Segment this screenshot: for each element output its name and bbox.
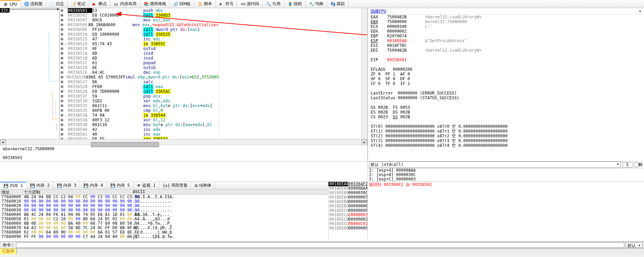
- threads-icon: 🧵: [288, 2, 292, 6]
- stack-panel[interactable]: 0018EEA8003364F20018EEAC000008AA0018EEB0…: [328, 182, 368, 241]
- stack-comment-panel: 返回到 003364F2 自 00336501: [368, 182, 644, 241]
- memtab-3[interactable]: 💾内存 3: [53, 182, 80, 189]
- disasm-row[interactable]: 0033651B6Dinsd: [60, 56, 219, 61]
- symbols-icon: ⊕: [219, 2, 224, 6]
- instruction-info: ebx=kernel32.75080000 00336501: [0, 145, 367, 161]
- status-paused: 已暂停: [0, 249, 17, 254]
- disasm-vscroll[interactable]: [361, 8, 367, 139]
- stack-row[interactable]: 0018EED000000000: [328, 226, 367, 230]
- disasm-row[interactable]: 0033651D6Eoutsb: [60, 65, 219, 70]
- tab-script[interactable]: 📜脚本: [194, 0, 216, 8]
- disasm-row[interactable]: 003365328A1C11mov bl,byte ptr ds:[ecx+ed…: [60, 103, 219, 108]
- disasm-row[interactable]: 0033651A6Dinsd: [60, 51, 219, 56]
- disasm-row[interactable]: 0033650EFF10call dword ptr ds:[eax]: [60, 27, 219, 32]
- register-ebp[interactable]: EBP02970074: [368, 34, 644, 38]
- tab-trace[interactable]: 👣跟踪: [327, 0, 349, 8]
- tab-seh[interactable]: 🔗SEH链: [170, 0, 195, 8]
- disasm-row[interactable]: 0033650153push ebx: [60, 8, 219, 13]
- mem-icon: 💾: [30, 183, 35, 188]
- seh-icon: 🔗: [173, 2, 178, 6]
- regs-menu-icon[interactable]: ▾: [639, 9, 641, 14]
- disasm-row[interactable]: 0033653A80F3 12xor bl,12: [60, 118, 219, 122]
- hide-fpu-link[interactable]: 隐藏FPU: [371, 9, 386, 14]
- scroll-left-icon[interactable]: ◀: [0, 139, 6, 145]
- dump-row[interactable]: 77660090FF FF 90 90 90 90 90 90 C7 44 24…: [0, 235, 328, 239]
- unlock-checkbox[interactable]: [634, 162, 639, 167]
- disasm-row[interactable]: 0033651C61popad: [60, 61, 219, 65]
- log-icon: 📄: [50, 2, 54, 6]
- memtab-2[interactable]: 💾内存 2: [27, 182, 53, 189]
- disasm-row[interactable]: 0033653580FB 00cmp bl,0: [60, 108, 219, 113]
- tab-breakpoints[interactable]: ●断点: [89, 0, 111, 8]
- notes-icon: 📝: [71, 2, 76, 6]
- command-input[interactable]: [16, 242, 624, 248]
- disasm-row[interactable]: ⌄0033653874 0Aje 336544: [60, 113, 219, 118]
- script-icon: 📜: [198, 2, 203, 6]
- scroll-right-icon[interactable]: ▶: [361, 139, 367, 145]
- register-esp[interactable]: ESP0018EEA8 &"GetProcAddress": [368, 38, 644, 43]
- tab-refs[interactable]: 🔍引用: [263, 0, 284, 8]
- arg-count-input[interactable]: 5: [622, 162, 632, 168]
- disasm-row[interactable]: 0033652AE8 7D000000call 3365AC: [60, 89, 219, 94]
- tab-handles[interactable]: 🔧句柄: [306, 0, 327, 8]
- tab-symbols[interactable]: ⊕符号: [216, 0, 237, 8]
- watch-icon: 👁: [137, 183, 141, 188]
- calling-convention-select[interactable]: 默认 (stdcall) ▾: [369, 161, 621, 168]
- memory-tabs: 💾内存 1 💾内存 2 💾内存 3 💾内存 4 💾内存 5 👁监视 1 {x}局…: [0, 182, 328, 189]
- tab-notes[interactable]: 📝笔记: [68, 0, 89, 8]
- struct-icon: ⧉: [195, 183, 198, 188]
- disasm-row[interactable]: 0033653D881C10mov byte ptr ds:[eax+edx],…: [60, 122, 219, 127]
- last-error: LastError 00000000 (ERROR_SUCCESS): [368, 91, 644, 96]
- disasm-row[interactable]: 00336509B8 286B4600mov eax,<eqnedt32.&Ol…: [60, 22, 219, 27]
- register-esi[interactable]: ESI0018F7DC: [368, 43, 644, 48]
- cpu-icon: 🖥: [3, 2, 8, 7]
- disasm-row[interactable]: 0033651E64:4Cdec esp: [60, 70, 219, 75]
- mem-icon: 💾: [83, 183, 88, 188]
- memtab-struct[interactable]: ⧉结构体: [191, 182, 215, 189]
- register-ebx[interactable]: EBX75080000 kernel32.75080000: [368, 19, 644, 24]
- comments-column: 6B:'k'4C:'L': [219, 8, 361, 139]
- info-line-1: ebx=kernel32.75080000: [3, 147, 365, 151]
- tab-threads[interactable]: 🧵线程: [284, 0, 306, 8]
- memtab-locals[interactable]: {x}局部变量: [159, 182, 192, 189]
- disasm-row[interactable]: 0033654140inc eax: [60, 132, 219, 137]
- register-edx[interactable]: EDX00000002: [368, 29, 644, 34]
- memtab-1[interactable]: 💾内存 1: [0, 182, 27, 189]
- disasm-row[interactable]: 0033654042inc edx: [60, 127, 219, 132]
- register-ecx[interactable]: ECX00000340 L'': [368, 24, 644, 29]
- tab-flowchart[interactable]: 🌀流程图: [21, 0, 46, 8]
- disassembly-listing[interactable]: 0033650153push ebx 00336502E8 CC010000ca…: [60, 8, 219, 139]
- disasm-row[interactable]: 00336520696E 65 570053FFimul ebp,dword p…: [60, 75, 219, 80]
- tab-cpu[interactable]: 🖥CPU: [0, 0, 21, 8]
- disasm-row[interactable]: 003365196Foutsd: [60, 46, 219, 51]
- flowchart-icon: 🌀: [24, 2, 29, 6]
- disasm-row[interactable]: 0033652F59pop ecx: [60, 94, 219, 99]
- disasm-row[interactable]: 0033653031D2xor edx,edx: [60, 99, 219, 103]
- tab-log[interactable]: 📄日志: [46, 0, 68, 8]
- memtab-watch[interactable]: 👁监视 1: [133, 182, 159, 189]
- register-eax[interactable]: EAX7509482B <kernel32.LoadLibraryW>: [368, 15, 644, 19]
- last-status: LastStatus 00000000 (STATUS_SUCCESS): [368, 96, 644, 100]
- tab-source[interactable]: <>源代码: [237, 0, 263, 8]
- callstack-icon: 📚: [144, 2, 148, 6]
- hex-dump[interactable]: 776600004B 24 04 8B CC C2 04 00 CC 90 C3…: [0, 195, 328, 241]
- tab-memmap[interactable]: 🗂内存布局: [111, 0, 140, 8]
- memtab-5[interactable]: 💾内存 5: [107, 182, 133, 189]
- spacer-left: [0, 161, 368, 182]
- tab-callstack[interactable]: 📚调用堆栈: [140, 0, 170, 8]
- disasm-row[interactable]: ⌄0033651665:74 43je 33655C: [60, 41, 219, 46]
- command-mode-select[interactable]: 默认 ▾: [626, 242, 643, 248]
- disasm-hscroll[interactable]: ◀ ▶: [0, 139, 367, 145]
- disasm-row[interactable]: 0033651547inc edi: [60, 37, 219, 41]
- disasm-row[interactable]: 0033650789C6mov esi,eax: [60, 18, 219, 22]
- disasm-row[interactable]: 00336527D6salc: [60, 80, 219, 84]
- eip-marker: EIP: [0, 8, 10, 13]
- memtab-4[interactable]: 💾内存 4: [80, 182, 107, 189]
- disasm-row[interactable]: ⌄00336542EB EEjmp 336532: [60, 137, 219, 139]
- register-edi[interactable]: EDI7509482B <kernel32.LoadLibraryW>: [368, 48, 644, 53]
- info-line-2: 00336501: [3, 155, 365, 160]
- disasm-row[interactable]: 00336510E8 10000000call 336525: [60, 32, 219, 37]
- disasm-row[interactable]: 00336502E8 CC010000call 3366D3: [60, 13, 219, 18]
- trace-icon: 👣: [331, 2, 335, 6]
- disasm-row[interactable]: 00336528FFD0call eax: [60, 84, 219, 89]
